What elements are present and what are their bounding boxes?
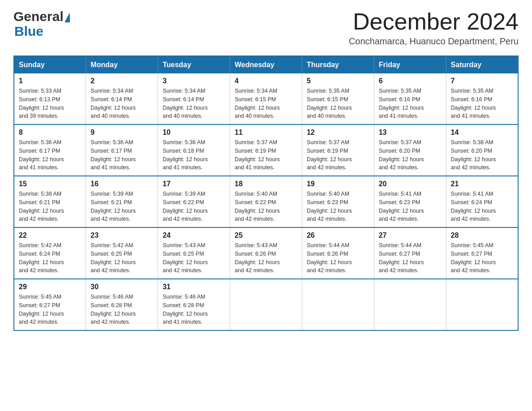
day-number: 15 (19, 180, 81, 188)
calendar-cell: 9 Sunrise: 5:36 AMSunset: 6:17 PMDayligh… (86, 124, 158, 176)
calendar-cell: 29 Sunrise: 5:45 AMSunset: 6:27 PMDaylig… (14, 279, 86, 330)
calendar-cell: 3 Sunrise: 5:34 AMSunset: 6:14 PMDayligh… (158, 73, 230, 124)
day-number: 17 (163, 180, 225, 188)
day-number: 2 (90, 77, 153, 85)
calendar-cell: 6 Sunrise: 5:35 AMSunset: 6:16 PMDayligh… (374, 73, 446, 124)
day-info: Sunrise: 5:36 AMSunset: 6:17 PMDaylight:… (19, 139, 64, 171)
day-number: 1 (19, 77, 81, 85)
day-info: Sunrise: 5:42 AMSunset: 6:25 PMDaylight:… (90, 242, 136, 274)
calendar-cell (230, 279, 302, 330)
weekday-header-saturday: Saturday (446, 56, 518, 73)
day-info: Sunrise: 5:35 AMSunset: 6:16 PMDaylight:… (379, 88, 424, 119)
day-info: Sunrise: 5:46 AMSunset: 6:28 PMDaylight:… (90, 294, 136, 325)
calendar-cell: 20 Sunrise: 5:41 AMSunset: 6:23 PMDaylig… (374, 176, 446, 227)
day-number: 7 (451, 77, 513, 85)
calendar-cell: 31 Sunrise: 5:46 AMSunset: 6:28 PMDaylig… (158, 279, 230, 330)
calendar-cell: 4 Sunrise: 5:34 AMSunset: 6:15 PMDayligh… (230, 73, 302, 124)
day-info: Sunrise: 5:43 AMSunset: 6:25 PMDaylight:… (163, 242, 208, 274)
calendar-cell: 16 Sunrise: 5:39 AMSunset: 6:21 PMDaylig… (86, 176, 158, 227)
calendar-cell: 14 Sunrise: 5:38 AMSunset: 6:20 PMDaylig… (446, 124, 518, 176)
logo-general-text: General (13, 9, 64, 24)
week-row-3: 15 Sunrise: 5:38 AMSunset: 6:21 PMDaylig… (14, 176, 518, 227)
day-info: Sunrise: 5:45 AMSunset: 6:27 PMDaylight:… (19, 294, 64, 325)
day-number: 16 (90, 180, 153, 188)
month-title: December 2024 (349, 9, 519, 34)
day-info: Sunrise: 5:42 AMSunset: 6:24 PMDaylight:… (19, 242, 64, 274)
day-info: Sunrise: 5:34 AMSunset: 6:14 PMDaylight:… (163, 88, 208, 119)
day-info: Sunrise: 5:45 AMSunset: 6:27 PMDaylight:… (451, 242, 496, 274)
day-info: Sunrise: 5:40 AMSunset: 6:23 PMDaylight:… (307, 191, 352, 222)
week-row-2: 8 Sunrise: 5:36 AMSunset: 6:17 PMDayligh… (14, 124, 518, 176)
calendar-cell: 1 Sunrise: 5:33 AMSunset: 6:13 PMDayligh… (14, 73, 86, 124)
calendar-cell: 13 Sunrise: 5:37 AMSunset: 6:20 PMDaylig… (374, 124, 446, 176)
day-info: Sunrise: 5:35 AMSunset: 6:15 PMDaylight:… (307, 88, 352, 119)
day-info: Sunrise: 5:39 AMSunset: 6:22 PMDaylight:… (163, 191, 208, 222)
calendar-cell: 26 Sunrise: 5:44 AMSunset: 6:26 PMDaylig… (302, 227, 374, 279)
weekday-header-row: SundayMondayTuesdayWednesdayThursdayFrid… (14, 56, 518, 73)
weekday-header-tuesday: Tuesday (158, 56, 230, 73)
day-number: 9 (90, 128, 153, 137)
week-row-4: 22 Sunrise: 5:42 AMSunset: 6:24 PMDaylig… (14, 227, 518, 279)
logo-blue-text: Blue (13, 24, 70, 39)
day-number: 4 (235, 77, 297, 85)
weekday-header-sunday: Sunday (14, 56, 86, 73)
calendar-cell: 24 Sunrise: 5:43 AMSunset: 6:25 PMDaylig… (158, 227, 230, 279)
calendar-cell: 11 Sunrise: 5:37 AMSunset: 6:19 PMDaylig… (230, 124, 302, 176)
day-number: 6 (379, 77, 442, 85)
calendar-cell (374, 279, 446, 330)
day-number: 19 (307, 180, 369, 188)
weekday-header-wednesday: Wednesday (230, 56, 302, 73)
day-info: Sunrise: 5:34 AMSunset: 6:15 PMDaylight:… (235, 88, 280, 119)
day-number: 21 (451, 180, 513, 188)
day-info: Sunrise: 5:39 AMSunset: 6:21 PMDaylight:… (90, 191, 136, 222)
day-info: Sunrise: 5:33 AMSunset: 6:13 PMDaylight:… (19, 88, 64, 119)
calendar-cell: 8 Sunrise: 5:36 AMSunset: 6:17 PMDayligh… (14, 124, 86, 176)
day-info: Sunrise: 5:46 AMSunset: 6:28 PMDaylight:… (163, 294, 208, 325)
logo-area: General Blue (13, 9, 70, 39)
day-number: 28 (451, 231, 513, 240)
day-number: 11 (235, 128, 297, 137)
day-info: Sunrise: 5:41 AMSunset: 6:23 PMDaylight:… (379, 191, 424, 222)
calendar-cell: 22 Sunrise: 5:42 AMSunset: 6:24 PMDaylig… (14, 227, 86, 279)
logo-triangle-icon (64, 13, 70, 22)
day-info: Sunrise: 5:37 AMSunset: 6:20 PMDaylight:… (379, 139, 424, 171)
day-number: 5 (307, 77, 369, 85)
day-number: 13 (379, 128, 442, 137)
day-number: 10 (163, 128, 225, 137)
calendar-cell: 28 Sunrise: 5:45 AMSunset: 6:27 PMDaylig… (446, 227, 518, 279)
calendar-cell (446, 279, 518, 330)
calendar-cell: 2 Sunrise: 5:34 AMSunset: 6:14 PMDayligh… (86, 73, 158, 124)
day-number: 27 (379, 231, 442, 240)
calendar-cell: 25 Sunrise: 5:43 AMSunset: 6:26 PMDaylig… (230, 227, 302, 279)
day-info: Sunrise: 5:36 AMSunset: 6:17 PMDaylight:… (90, 139, 136, 171)
day-number: 23 (90, 231, 153, 240)
calendar-cell: 10 Sunrise: 5:36 AMSunset: 6:18 PMDaylig… (158, 124, 230, 176)
week-row-5: 29 Sunrise: 5:45 AMSunset: 6:27 PMDaylig… (14, 279, 518, 330)
day-number: 18 (235, 180, 297, 188)
calendar-cell: 30 Sunrise: 5:46 AMSunset: 6:28 PMDaylig… (86, 279, 158, 330)
calendar-cell: 18 Sunrise: 5:40 AMSunset: 6:22 PMDaylig… (230, 176, 302, 227)
day-info: Sunrise: 5:41 AMSunset: 6:24 PMDaylight:… (451, 191, 496, 222)
day-info: Sunrise: 5:43 AMSunset: 6:26 PMDaylight:… (235, 242, 280, 274)
day-number: 26 (307, 231, 369, 240)
day-number: 14 (451, 128, 513, 137)
day-info: Sunrise: 5:38 AMSunset: 6:21 PMDaylight:… (19, 191, 64, 222)
weekday-header-monday: Monday (86, 56, 158, 73)
day-number: 12 (307, 128, 369, 137)
day-number: 25 (235, 231, 297, 240)
day-number: 20 (379, 180, 442, 188)
day-info: Sunrise: 5:37 AMSunset: 6:19 PMDaylight:… (307, 139, 352, 171)
week-row-1: 1 Sunrise: 5:33 AMSunset: 6:13 PMDayligh… (14, 73, 518, 124)
calendar-cell: 19 Sunrise: 5:40 AMSunset: 6:23 PMDaylig… (302, 176, 374, 227)
day-number: 22 (19, 231, 81, 240)
day-number: 24 (163, 231, 225, 240)
day-number: 8 (19, 128, 81, 137)
calendar-cell: 5 Sunrise: 5:35 AMSunset: 6:15 PMDayligh… (302, 73, 374, 124)
location-subtitle: Conchamarca, Huanuco Department, Peru (349, 36, 519, 47)
page-header: General Blue December 2024 Conchamarca, … (13, 9, 519, 47)
day-info: Sunrise: 5:44 AMSunset: 6:26 PMDaylight:… (307, 242, 352, 274)
calendar-table: SundayMondayTuesdayWednesdayThursdayFrid… (13, 56, 519, 331)
calendar-cell: 7 Sunrise: 5:35 AMSunset: 6:16 PMDayligh… (446, 73, 518, 124)
calendar-cell: 12 Sunrise: 5:37 AMSunset: 6:19 PMDaylig… (302, 124, 374, 176)
calendar-cell: 23 Sunrise: 5:42 AMSunset: 6:25 PMDaylig… (86, 227, 158, 279)
